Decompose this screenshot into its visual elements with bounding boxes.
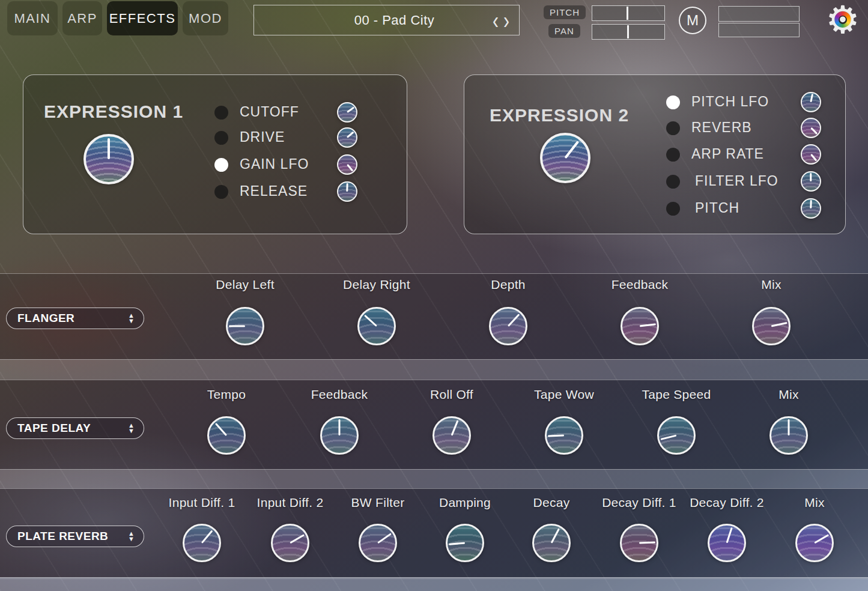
radio-pitch-label: PITCH	[695, 200, 739, 216]
arp-rate-knob[interactable]	[801, 144, 821, 165]
radio-drive[interactable]	[214, 131, 228, 145]
knob-pointer	[810, 200, 812, 208]
plate-decay-knob[interactable]	[532, 524, 571, 562]
row-separator-2	[0, 469, 868, 488]
knob-label: Mix	[723, 277, 819, 292]
expression1-title: EXPRESSION 1	[44, 102, 183, 122]
knob-label: Feedback	[592, 277, 688, 292]
tab-effects-label: EFFECTS	[109, 11, 176, 26]
knob-pointer	[726, 527, 733, 543]
pan-slider[interactable]	[592, 24, 665, 40]
knob-pointer	[339, 419, 341, 435]
tab-effects[interactable]: EFFECTS	[107, 1, 178, 35]
radio-drive-label: DRIVE	[240, 129, 285, 145]
tab-mod[interactable]: MOD	[183, 1, 228, 35]
preset-prev-icon[interactable]: ‹	[493, 4, 499, 37]
meter-top	[718, 6, 800, 22]
pitch-slider[interactable]	[592, 5, 665, 21]
pitch-knob[interactable]	[801, 198, 821, 219]
radio-reverb[interactable]	[666, 121, 680, 135]
knob-label: Tempo	[178, 387, 275, 402]
flanger-delay-right-knob[interactable]	[357, 307, 396, 345]
tape-tempo-knob[interactable]	[207, 416, 246, 455]
pitch-lfo-knob[interactable]	[801, 92, 821, 112]
plate-bw-filter-knob[interactable]	[359, 524, 397, 562]
knob-label: Delay Right	[329, 277, 425, 292]
preset-next-icon[interactable]: ›	[503, 4, 509, 37]
cutoff-knob[interactable]	[337, 102, 357, 123]
tape-delay-effect-select[interactable]: TAPE DELAY ▲▼	[6, 417, 144, 439]
preset-selector[interactable]: 00 - Pad City ‹ ›	[253, 5, 520, 35]
knob-pointer	[347, 183, 348, 192]
knob-pointer	[771, 322, 788, 327]
flanger-depth-knob[interactable]	[489, 307, 527, 345]
knob-pointer	[810, 94, 813, 102]
flanger-feedback-knob[interactable]	[621, 307, 659, 345]
expression1-panel: EXPRESSION 1 CUTOFF DRIVE GAIN LFO RELEA…	[23, 74, 407, 234]
gain-lfo-knob[interactable]	[337, 154, 357, 175]
meter-bottom	[718, 23, 800, 37]
knob-pointer	[640, 323, 656, 327]
radio-arp-rate-label: ARP RATE	[691, 146, 764, 162]
plate-decay-diff-1-knob[interactable]	[620, 524, 658, 562]
tape-mix-knob[interactable]	[769, 416, 808, 455]
flanger-effect-select[interactable]: FLANGER ▲▼	[6, 308, 144, 329]
radio-reverb-label: REVERB	[691, 120, 752, 136]
radio-cutoff[interactable]	[214, 106, 228, 120]
radio-pitch-lfo[interactable]	[666, 95, 680, 109]
tape-roll-off-knob[interactable]	[432, 416, 471, 455]
mute-button[interactable]: M	[679, 7, 706, 34]
knob-pointer	[639, 542, 655, 544]
plate-reverb-effect-select[interactable]: PLATE REVERB ▲▼	[6, 526, 144, 547]
preset-name: 00 - Pad City	[254, 13, 493, 28]
settings-button[interactable]: ⚙	[824, 1, 861, 38]
flanger-delay-left-knob[interactable]	[226, 307, 264, 345]
knob-pointer	[377, 533, 392, 544]
select-arrows-icon: ▲▼	[128, 313, 135, 324]
preset-nav: ‹ ›	[493, 8, 519, 32]
tab-arp[interactable]: ARP	[62, 1, 102, 35]
knob-pointer	[108, 138, 110, 159]
plate-damping-knob[interactable]	[446, 524, 484, 562]
radio-filter-lfo[interactable]	[666, 175, 680, 189]
radio-pitch-lfo-label: PITCH LFO	[691, 94, 769, 110]
knob-label: Mix	[741, 387, 837, 402]
bottom-strip	[0, 577, 868, 591]
radio-release-label: RELEASE	[240, 183, 308, 199]
knob-pointer	[449, 542, 465, 545]
expression2-big-knob[interactable]	[540, 133, 590, 183]
knob-pointer	[229, 326, 245, 327]
plate-mix-knob[interactable]	[795, 524, 834, 562]
tape-delay-effect-select-label: TAPE DELAY	[17, 422, 91, 435]
expression1-big-knob[interactable]	[83, 134, 134, 184]
pitch-label: PITCH	[544, 5, 586, 19]
pitch-slider-handle[interactable]	[627, 7, 628, 20]
reverb-knob[interactable]	[801, 118, 821, 138]
radio-gain-lfo-label: GAIN LFO	[240, 156, 309, 172]
drive-knob[interactable]	[337, 127, 357, 148]
tape-wow-knob[interactable]	[545, 416, 583, 455]
knob-pointer	[451, 420, 459, 436]
tape-speed-knob[interactable]	[657, 416, 696, 455]
tape-feedback-knob[interactable]	[320, 416, 359, 455]
knob-pointer	[347, 132, 354, 138]
plate-input-diff-1-knob[interactable]	[183, 524, 221, 562]
plate-decay-diff-2-knob[interactable]	[708, 524, 746, 562]
knob-pointer	[810, 154, 817, 161]
knob-label: Tape Speed	[628, 387, 724, 402]
knob-label: Input Diff. 2	[245, 496, 335, 510]
pan-slider-handle[interactable]	[627, 25, 629, 38]
filter-lfo-knob[interactable]	[801, 171, 821, 192]
tab-main[interactable]: MAIN	[7, 1, 58, 35]
radio-release[interactable]	[214, 185, 228, 199]
radio-pitch[interactable]	[666, 202, 680, 216]
release-knob[interactable]	[337, 181, 357, 202]
knob-label: Roll Off	[404, 387, 500, 402]
plate-input-diff-2-knob[interactable]	[271, 524, 309, 562]
knob-pointer	[215, 423, 227, 436]
radio-filter-lfo-label: FILTER LFO	[695, 173, 778, 189]
radio-arp-rate[interactable]	[666, 148, 680, 162]
expression2-panel: EXPRESSION 2 PITCH LFO REVERB ARP RATE F…	[464, 74, 846, 234]
flanger-mix-knob[interactable]	[752, 307, 791, 345]
radio-gain-lfo[interactable]	[214, 158, 228, 172]
